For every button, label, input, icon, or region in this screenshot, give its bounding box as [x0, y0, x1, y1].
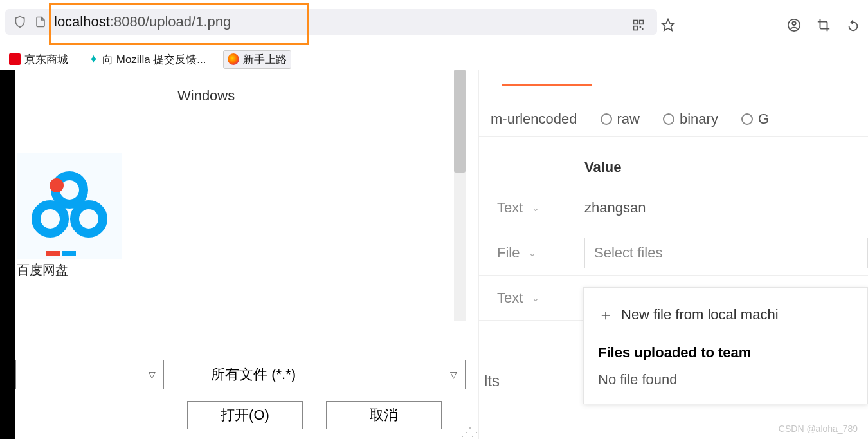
svg-rect-1 [640, 21, 644, 24]
filter-label: 所有文件 (*.*) [211, 365, 296, 384]
file-item-label: 百度网盘 [17, 261, 125, 279]
grid-header: Value [479, 149, 868, 185]
dd-section-title: Files uploaded to team [584, 330, 867, 368]
table-row[interactable]: File⌄ Select files [479, 230, 868, 276]
chevron-down-icon: ⌄ [529, 248, 536, 258]
baidu-icon [17, 153, 122, 259]
url-box[interactable]: localhost:8080/upload/1.png [5, 9, 657, 35]
select-files-button[interactable]: Select files [584, 238, 868, 268]
svg-rect-0 [634, 21, 638, 24]
svg-marker-5 [662, 19, 674, 30]
value-cell[interactable]: zhangsan [574, 200, 868, 216]
bookmarks-bar: 京东商城 ✦ 向 Mozilla 提交反馈... 新手上路 [0, 49, 868, 70]
bookmark-label: 向 Mozilla 提交反馈... [102, 52, 206, 67]
scrollbar[interactable] [454, 70, 466, 321]
bookmark-label: 新手上路 [243, 52, 287, 67]
col-value: Value [574, 159, 868, 176]
cancel-button[interactable]: 取消 [326, 401, 442, 429]
clash-label: Windows [177, 88, 235, 104]
open-button[interactable]: 打开(O) [187, 401, 303, 429]
postman-panel: m-urlencoded raw binary G Value Text⌄ zh… [478, 70, 868, 439]
type-selector[interactable]: File⌄ [479, 245, 574, 261]
svg-point-11 [50, 178, 64, 192]
results-label: lts [479, 372, 500, 390]
bookmark-mozilla[interactable]: ✦ 向 Mozilla 提交反馈... [85, 51, 210, 68]
chevron-down-icon: ⌄ [532, 293, 539, 303]
radio-icon [663, 113, 674, 125]
chevron-down-icon: ▽ [450, 369, 457, 380]
radio-icon [741, 113, 753, 125]
file-dropdown: ＋ New file from local machi Files upload… [583, 287, 868, 404]
plus-icon: ＋ [598, 304, 612, 325]
page-content: Windows 百度网盘 [0, 70, 868, 439]
svg-rect-2 [634, 26, 638, 30]
shield-icon [13, 15, 27, 29]
bookmark-label: 京东商城 [24, 52, 68, 67]
bookmark-jd[interactable]: 京东商城 [5, 51, 72, 68]
url-text[interactable]: localhost:8080/upload/1.png [54, 14, 231, 30]
crop-icon[interactable] [817, 18, 831, 32]
value-cell[interactable]: Select files [574, 238, 868, 268]
svg-point-9 [36, 205, 64, 233]
qr-icon[interactable] [631, 18, 646, 32]
svg-point-10 [75, 205, 103, 233]
browser-address-bar: localhost:8080/upload/1.png [0, 6, 868, 37]
table-row[interactable]: Text⌄ zhangsan [479, 185, 868, 230]
type-selector[interactable]: Text⌄ [479, 200, 574, 216]
svg-rect-3 [640, 26, 642, 28]
filter-combo[interactable]: 所有文件 (*.*) ▽ [203, 360, 466, 389]
opt-binary[interactable]: binary [663, 111, 718, 127]
page-icon [33, 15, 48, 29]
bookmark-star-icon[interactable] [661, 18, 675, 32]
scrollbar-thumb[interactable] [454, 70, 466, 173]
puzzle-icon: ✦ [89, 52, 98, 66]
file-open-dialog: Windows 百度网盘 [15, 70, 466, 439]
toolbar-right [631, 18, 675, 32]
chevron-down-icon: ⌄ [532, 203, 539, 213]
opt-raw[interactable]: raw [601, 111, 640, 127]
opt-urlencoded[interactable]: m-urlencoded [491, 111, 577, 127]
file-item-baidu[interactable]: 百度网盘 [17, 153, 125, 279]
active-tab-indicator [502, 84, 592, 86]
opt-graphql[interactable]: G [741, 111, 769, 127]
radio-icon [601, 113, 612, 125]
account-icon[interactable] [787, 18, 801, 32]
jd-icon [9, 53, 21, 65]
undo-icon[interactable] [846, 18, 860, 32]
filename-combo[interactable]: ▽ [15, 360, 164, 389]
svg-rect-4 [642, 28, 644, 30]
watermark: CSDN @aloha_789 [779, 424, 858, 434]
svg-point-7 [792, 22, 796, 26]
dd-new-file[interactable]: ＋ New file from local machi [584, 299, 867, 330]
dd-empty: No file found [584, 368, 867, 392]
chevron-down-icon: ▽ [149, 369, 156, 380]
firefox-icon [228, 53, 239, 65]
toolbar-far-right [787, 18, 860, 32]
body-type-options: m-urlencoded raw binary G [479, 106, 868, 137]
type-selector[interactable]: Text⌄ [479, 290, 574, 306]
bookmark-newbie[interactable]: 新手上路 [223, 50, 291, 69]
